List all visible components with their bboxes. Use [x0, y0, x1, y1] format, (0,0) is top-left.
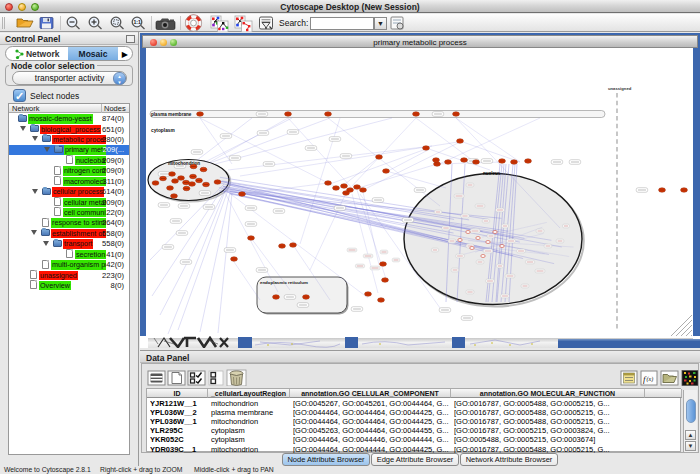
svg-text:endoplasmic reticulum: endoplasmic reticulum: [260, 280, 308, 285]
svg-text:cytoplasm: cytoplasm: [151, 128, 175, 133]
svg-text:plasma membrane: plasma membrane: [151, 112, 192, 117]
svg-text:nucleus: nucleus: [483, 171, 501, 176]
svg-text:unassigned: unassigned: [608, 86, 632, 91]
svg-text:1:1: 1:1: [133, 19, 141, 25]
svg-text:(x): (x): [647, 376, 654, 383]
